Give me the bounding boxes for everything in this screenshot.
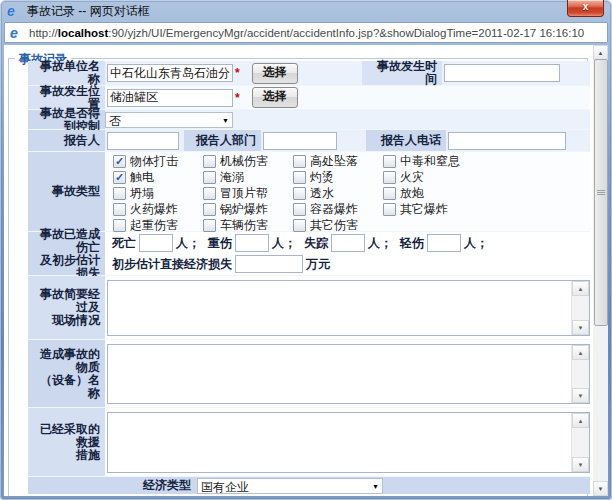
textarea-scrollbar[interactable]: ▲ ▼ bbox=[571, 345, 589, 403]
reporter-phone-label: 报告人电话 bbox=[366, 130, 446, 151]
type-item-label: 中毒和窒息 bbox=[400, 153, 460, 170]
economic-loss-input[interactable] bbox=[235, 255, 303, 273]
scroll-down-icon[interactable]: ▼ bbox=[572, 457, 589, 472]
type-item-label: 淹溺 bbox=[220, 169, 244, 186]
checkbox-容器爆炸[interactable] bbox=[293, 203, 306, 216]
checkbox-机械伤害[interactable] bbox=[203, 155, 216, 168]
missing-label: 失踪 bbox=[304, 235, 328, 252]
dialog-window: e 事故记录 -- 网页对话框 x e http://localhost:90/… bbox=[0, 0, 612, 500]
scrollbar-down-icon[interactable]: ▼ bbox=[593, 481, 608, 496]
checkbox-放炮[interactable] bbox=[383, 187, 396, 200]
type-item: 透水 bbox=[293, 185, 383, 201]
unit-name-label: 事故单位名称 bbox=[28, 61, 105, 85]
reporter-phone-input[interactable] bbox=[448, 132, 566, 150]
scrollbar-thumb[interactable] bbox=[594, 59, 608, 326]
unit-name-cell: * 选择 bbox=[105, 61, 362, 85]
checkbox-锅炉爆炸[interactable] bbox=[203, 203, 216, 216]
type-item-label: 触电 bbox=[130, 169, 154, 186]
scroll-up-icon[interactable]: ▲ bbox=[572, 281, 589, 296]
checkbox-透水[interactable] bbox=[293, 187, 306, 200]
scrollbar-grip bbox=[597, 190, 605, 195]
controlled-select[interactable]: 否 ▼ bbox=[105, 112, 233, 128]
checkbox-冒顶片帮[interactable] bbox=[203, 187, 216, 200]
title-bar[interactable]: e 事故记录 -- 网页对话框 bbox=[0, 0, 612, 22]
reporter-dept-label: 报告人部门 bbox=[184, 130, 261, 151]
minor-injury-input[interactable] bbox=[427, 234, 461, 252]
type-item: 冒顶片帮 bbox=[203, 185, 293, 201]
type-item: 车辆伤害 bbox=[203, 217, 293, 233]
missing-input[interactable] bbox=[331, 234, 365, 252]
type-item: 坍塌 bbox=[113, 185, 203, 201]
economy-type-select[interactable]: 国有企业 ▼ bbox=[197, 478, 383, 494]
label-line2: 措施 bbox=[76, 449, 100, 462]
type-item-label: 锅炉爆炸 bbox=[220, 201, 268, 218]
casualty-label: 事故已造成伤亡 及初步估计损失 bbox=[28, 232, 105, 275]
type-item: 火灾 bbox=[383, 169, 473, 185]
accident-form: 事故单位名称 * 选择 事故发生时间 事故发生位置 bbox=[28, 61, 590, 494]
row-location: 事故发生位置 * 选择 bbox=[28, 85, 590, 109]
vertical-scrollbar[interactable]: ▲ ▼ bbox=[593, 45, 608, 496]
reporter-dept-input[interactable] bbox=[263, 132, 337, 150]
checkbox-火灾[interactable] bbox=[383, 171, 396, 184]
rescue-measures-label: 已经采取的救援 措施 bbox=[28, 408, 105, 476]
location-cell: * 选择 bbox=[105, 86, 590, 109]
serious-injury-label: 重伤 bbox=[208, 235, 232, 252]
dialog-content: 事故记录 事故单位名称 * 选择 事故发生时间 bbox=[4, 45, 608, 496]
accident-type-label: 事故类型 bbox=[28, 152, 105, 231]
casualty-cell: 死亡 人； 重伤 人； 失踪 人； 轻伤 人； bbox=[105, 232, 496, 275]
rescue-measures-textarea[interactable]: ▲ ▼ bbox=[107, 412, 590, 473]
row-economy-type: 经济类型 国有企业 ▼ bbox=[28, 476, 590, 494]
type-item: 放炮 bbox=[383, 185, 473, 201]
checkbox-中毒和窒息[interactable] bbox=[383, 155, 396, 168]
checkbox-其它伤害[interactable] bbox=[293, 219, 306, 232]
textarea-scrollbar[interactable]: ▲ ▼ bbox=[571, 281, 589, 335]
type-item-label: 火药爆炸 bbox=[130, 201, 178, 218]
scroll-down-icon[interactable]: ▼ bbox=[572, 388, 589, 403]
type-item: 机械伤害 bbox=[203, 153, 293, 169]
checkbox-灼烫[interactable] bbox=[293, 171, 306, 184]
serious-injury-input[interactable] bbox=[235, 234, 269, 252]
substance-name-label: 造成事故的物质 （设备）名称 bbox=[28, 340, 105, 407]
occur-time-input[interactable] bbox=[444, 64, 560, 82]
controlled-cell: 否 ▼ bbox=[105, 110, 590, 129]
checkbox-高处坠落[interactable] bbox=[293, 155, 306, 168]
unit-select-button[interactable]: 选择 bbox=[252, 63, 298, 84]
type-item-label: 机械伤害 bbox=[220, 153, 268, 170]
scrollbar-up-icon[interactable]: ▲ bbox=[593, 45, 608, 60]
location-input[interactable] bbox=[107, 89, 233, 107]
row-accident-types: 事故类型 ✓物体打击 机械伤害 高处坠落 中毒和窒息 ✓触电 淹溺 灼烫 火灾 … bbox=[28, 151, 590, 231]
checkbox-淹溺[interactable] bbox=[203, 171, 216, 184]
row-rescue-measures: 已经采取的救援 措施 ▲ ▼ bbox=[28, 407, 590, 476]
type-item-label: 其它伤害 bbox=[310, 217, 358, 234]
scroll-up-icon[interactable]: ▲ bbox=[572, 345, 589, 360]
checkbox-触电[interactable]: ✓ bbox=[113, 171, 126, 184]
label-line2: （设备）名称 bbox=[33, 374, 100, 400]
type-item: 锅炉爆炸 bbox=[203, 201, 293, 217]
type-item: 其它爆炸 bbox=[383, 201, 473, 217]
unit-name-input[interactable] bbox=[107, 64, 233, 82]
location-select-button[interactable]: 选择 bbox=[252, 87, 298, 108]
close-button[interactable]: x bbox=[567, 0, 604, 17]
serious-injury-unit: 人； bbox=[272, 235, 296, 252]
checkbox-其它爆炸[interactable] bbox=[383, 203, 396, 216]
brief-description-textarea[interactable]: ▲ ▼ bbox=[107, 280, 590, 336]
substance-name-textarea[interactable]: ▲ ▼ bbox=[107, 344, 590, 404]
checkbox-物体打击[interactable]: ✓ bbox=[113, 155, 126, 168]
checkbox-火药爆炸[interactable] bbox=[113, 203, 126, 216]
occur-time-label: 事故发生时间 bbox=[362, 61, 442, 85]
deaths-input[interactable] bbox=[139, 234, 173, 252]
textarea-scrollbar[interactable]: ▲ ▼ bbox=[571, 413, 589, 472]
controlled-label: 事故是否得到控制 bbox=[28, 110, 105, 129]
scroll-up-icon[interactable]: ▲ bbox=[572, 413, 589, 428]
type-item: 灼烫 bbox=[293, 169, 383, 185]
reporter-input[interactable] bbox=[107, 132, 179, 150]
url-host: localhost bbox=[58, 27, 108, 39]
type-item: 中毒和窒息 bbox=[383, 153, 473, 169]
type-item-label: 起重伤害 bbox=[130, 217, 178, 234]
checkbox-车辆伤害[interactable] bbox=[203, 219, 216, 232]
minor-injury-unit: 人； bbox=[464, 235, 488, 252]
checkbox-坍塌[interactable] bbox=[113, 187, 126, 200]
checkbox-起重伤害[interactable] bbox=[113, 219, 126, 232]
scroll-down-icon[interactable]: ▼ bbox=[572, 320, 589, 335]
type-item: 淹溺 bbox=[203, 169, 293, 185]
